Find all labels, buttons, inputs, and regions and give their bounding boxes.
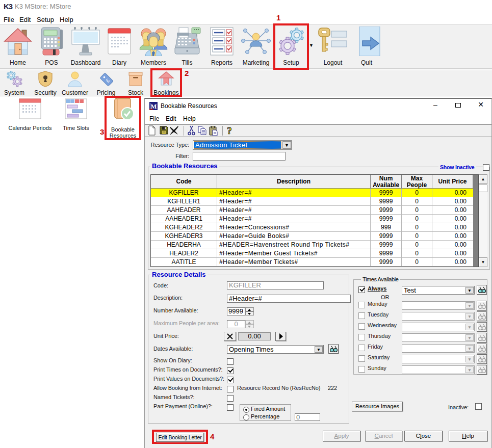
- svg-text:?: ?: [227, 125, 232, 136]
- svg-text:M: M: [150, 102, 157, 110]
